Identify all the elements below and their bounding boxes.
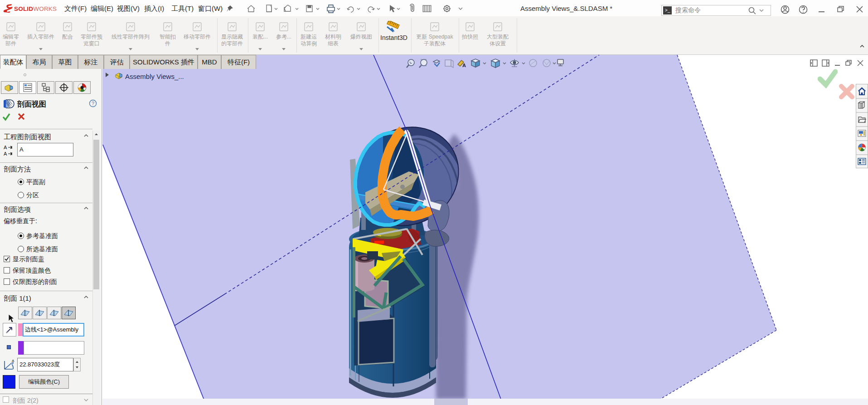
- svg-text:A: A: [4, 151, 7, 156]
- svg-text:A: A: [12, 359, 15, 363]
- svg-text:A: A: [4, 145, 7, 150]
- svg-text:?: ?: [92, 101, 94, 106]
- svg-text:SOLIDWORKS: SOLIDWORKS: [14, 5, 57, 12]
